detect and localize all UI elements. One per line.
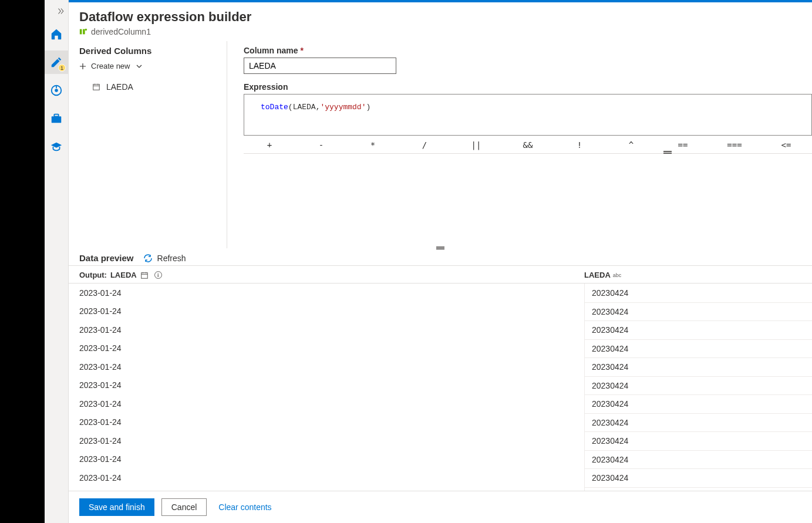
nav-learn[interactable] <box>45 135 68 158</box>
chevron-right-double-icon <box>58 8 65 15</box>
column-name-label: Column name * <box>244 46 812 55</box>
column-item-label: LAEDA <box>106 82 133 92</box>
cell-source: 20230424 <box>584 357 812 376</box>
builder-panel: Derived Columns Create new LAEDA Column … <box>69 41 812 248</box>
cell-output: 2023-01-24 <box>79 417 584 427</box>
info-icon[interactable]: i <box>154 271 162 279</box>
table-row: 2023-01-2420230424 <box>69 450 812 469</box>
table-row: 2023-01-2420230424 <box>69 339 812 358</box>
cell-output: 2023-01-24 <box>79 306 584 316</box>
nav-author[interactable]: 1 <box>45 50 68 74</box>
cell-output: 2023-01-24 <box>79 288 584 298</box>
cell-output: 2023-01-24 <box>79 380 584 390</box>
svg-point-6 <box>85 29 87 31</box>
nav-manage[interactable] <box>45 107 68 130</box>
derived-column-icon <box>79 28 87 36</box>
cell-output: 2023-01-24 <box>79 436 584 446</box>
cell-output: 2023-01-24 <box>79 399 584 409</box>
grid-header: Output: LAEDA i LAEDAabc <box>69 266 812 284</box>
operator-==[interactable]: == <box>657 140 709 150</box>
table-row: 2023-01-2420230424 <box>69 284 812 302</box>
operator-/[interactable]: / <box>399 140 450 150</box>
operator-+[interactable]: + <box>244 140 295 150</box>
operator-![interactable]: ! <box>554 140 605 150</box>
operator-&&[interactable]: && <box>502 140 554 150</box>
clear-contents-button[interactable]: Clear contents <box>214 502 276 512</box>
grid-body[interactable]: 2023-01-24202304242023-01-24202304242023… <box>69 284 812 491</box>
pane-splitter-middle[interactable] <box>436 246 444 249</box>
source-col-type: abc <box>613 272 622 278</box>
operator-toolbar: +-*/||&&!^=====<= <box>244 136 812 154</box>
calendar-icon <box>92 83 100 91</box>
page-subtitle: derivedColumn1 <box>79 27 801 36</box>
cell-source: 20230424 <box>584 284 812 302</box>
cell-source: 20230424 <box>584 320 812 339</box>
subtitle-text: derivedColumn1 <box>91 27 151 36</box>
columns-pane: Derived Columns Create new LAEDA <box>69 41 227 248</box>
page-header: Dataflow expression builder derivedColum… <box>69 2 812 41</box>
column-name-label-text: Column name <box>244 46 298 55</box>
nav-home[interactable] <box>45 22 68 46</box>
grid-header-source: LAEDAabc <box>584 271 801 279</box>
svg-rect-8 <box>141 272 147 278</box>
main: Dataflow expression builder derivedColum… <box>69 0 812 523</box>
column-item-laeda[interactable]: LAEDA <box>79 76 216 92</box>
svg-rect-5 <box>83 29 85 35</box>
expr-arg: LAEDA <box>293 103 316 112</box>
cell-source: 20230424 <box>584 394 812 413</box>
grid-header-output: Output: LAEDA i <box>79 271 584 279</box>
save-button[interactable]: Save and finish <box>79 498 154 516</box>
table-row: 2023-01-2420230424 <box>69 413 812 432</box>
expression-editor[interactable]: toDate(LAEDA,'yyyymmdd') <box>244 94 812 136</box>
operator-*[interactable]: * <box>347 140 399 150</box>
cell-output: 2023-01-24 <box>79 454 584 464</box>
refresh-button[interactable]: Refresh <box>143 254 186 263</box>
svg-rect-7 <box>93 85 100 90</box>
preview-header: Data preview Refresh <box>69 248 812 266</box>
operator-<=[interactable]: <= <box>760 140 812 150</box>
cell-source: 20230424 <box>584 376 812 395</box>
cell-output: 2023-01-24 <box>79 343 584 353</box>
svg-rect-4 <box>80 29 82 35</box>
nav-badge: 1 <box>58 64 66 72</box>
refresh-label: Refresh <box>157 254 186 263</box>
svg-point-1 <box>55 89 58 92</box>
operator-===[interactable]: === <box>709 140 760 150</box>
column-name-input[interactable] <box>244 58 396 74</box>
source-col-name: LAEDA <box>584 271 611 279</box>
pane-splitter-top[interactable] <box>663 150 672 154</box>
blackbar <box>0 0 45 523</box>
cell-output: 2023-01-24 <box>79 362 584 372</box>
cell-source: 20230424 <box>584 450 812 469</box>
cell-source: 20230424 <box>584 302 812 321</box>
operator--[interactable]: - <box>295 140 347 150</box>
table-row: 2023-01-2420230424 <box>69 468 812 487</box>
create-new-label: Create new <box>91 62 130 70</box>
footer: Save and finish Cancel Clear contents <box>69 491 812 523</box>
expand-nav-button[interactable] <box>45 2 68 20</box>
cell-source: 20230424 <box>584 468 812 487</box>
home-icon <box>50 28 63 41</box>
output-col-name: LAEDA <box>110 271 137 279</box>
nav-monitor[interactable] <box>45 79 68 102</box>
operator-^[interactable]: ^ <box>605 140 657 150</box>
cancel-button[interactable]: Cancel <box>161 498 207 516</box>
cell-output: 2023-01-24 <box>79 473 584 482</box>
data-preview-title: Data preview <box>79 253 134 263</box>
gauge-icon <box>50 84 63 97</box>
expression-label: Expression <box>244 82 812 92</box>
operator-||[interactable]: || <box>450 140 502 150</box>
toolbox-icon <box>50 112 63 125</box>
cell-source: 20230424 <box>584 431 812 450</box>
svg-rect-3 <box>54 114 58 117</box>
graduation-cap-icon <box>50 140 63 153</box>
cell-source: 20230424 <box>584 339 812 358</box>
cell-source: 20230424 <box>584 413 812 432</box>
expression-pane: Column name * Expression toDate(LAEDA,'y… <box>227 41 812 248</box>
table-row: 2023-01-2420230424 <box>69 320 812 339</box>
required-asterisk: * <box>300 46 303 55</box>
plus-icon <box>79 63 86 70</box>
create-new-button[interactable]: Create new <box>79 59 216 76</box>
table-row: 2023-01-2420230424 <box>69 357 812 376</box>
refresh-icon <box>143 254 153 263</box>
